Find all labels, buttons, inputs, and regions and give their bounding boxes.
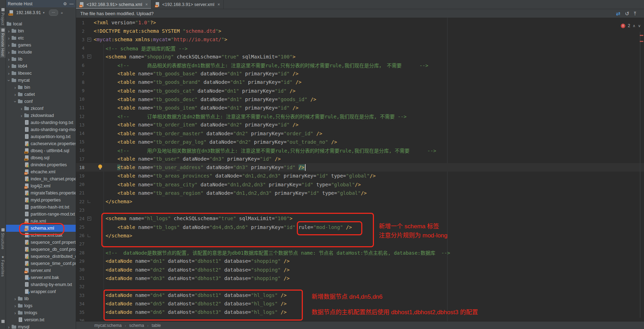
tree-item-dbseq-utf8mb4-sql[interactable]: dbseq - utf8mb4.sql [6, 147, 76, 154]
tree-item-bin[interactable]: ›bin [6, 27, 76, 35]
code-line-10[interactable]: 10 <table name="tb_goods_desc" dataNode=… [76, 95, 644, 104]
tree-item-libexec[interactable]: ›libexec [6, 70, 76, 77]
tree-item-myid-properties[interactable]: myid.properties [6, 197, 76, 204]
tree-item-cacheservice-properties[interactable]: cacheservice.properties [6, 140, 76, 147]
code-editor[interactable]: 1<?xml version="1.0"?>2<!DOCTYPE mycat:s… [76, 18, 644, 321]
tree-item-index-to-charset-properties[interactable]: index_to_charset.properties [6, 175, 76, 182]
chevron-expanded-icon[interactable]: › [7, 78, 11, 83]
undo-icon[interactable]: ↺ [625, 11, 630, 16]
tree-item-partition-hash-int-txt[interactable]: partition-hash-int.txt [6, 204, 76, 211]
tree-item-lib64[interactable]: ›lib64 [6, 63, 76, 70]
chevron-collapsed-icon[interactable]: › [6, 50, 11, 55]
tree-item-dnindex-properties[interactable]: dnindex.properties [6, 161, 76, 168]
code-line-22[interactable]: 22 </schema> [76, 197, 644, 206]
code-line-12[interactable]: 12 <!-- 订单相关数据方法dn2数据节点上: 注意这里不需要rule,只有… [76, 112, 644, 120]
stripe-item-structure[interactable]: Structure [0, 227, 6, 250]
code-line-15[interactable]: 15 <table name="tb_order_pay_log" dataNo… [76, 138, 644, 146]
chevron-collapsed-icon[interactable]: › [6, 36, 11, 41]
host-selector[interactable]: 192.168.3.91 [16, 10, 41, 15]
intention-lightbulb-icon[interactable] [98, 164, 102, 168]
tree-item-bin[interactable]: ›bin [6, 84, 76, 91]
editor-tab-2[interactable]: <192.168.3.91> server.xml× [151, 0, 224, 9]
chevron-collapsed-icon[interactable]: › [13, 92, 18, 97]
fold-marker-icon[interactable] [85, 234, 94, 237]
tree-item-sequence-distributed-conf-properties[interactable]: sequence_distributed_conf.properties [6, 253, 76, 260]
chevron-collapsed-icon[interactable]: › [19, 106, 24, 111]
breadcrumb-item-table[interactable]: table [152, 323, 161, 328]
tree-item-server-xml-bak[interactable]: server.xml.bak [6, 274, 76, 281]
error-stripe-mark-1[interactable] [640, 35, 643, 36]
inspection-widget[interactable]: ! 2 ∧ ∨ [621, 23, 641, 28]
tree-item-lib[interactable]: ›lib [6, 56, 76, 63]
tree-item-ehcache-xml[interactable]: ehcache.xml [6, 168, 76, 175]
code-line-4[interactable]: 4 <!-- schema 是逻辑库的配置 --> [76, 44, 644, 52]
code-line-14[interactable]: 14 <table name="tb_order_master" dataNod… [76, 129, 644, 137]
tree-item-sequence-conf-properties[interactable]: sequence_conf.properties [6, 239, 76, 246]
editor-scrollbar[interactable] [640, 32, 640, 318]
tree-item-server-xml[interactable]: server.xml [6, 267, 76, 274]
tree-item-auto-sharding-rang-mod-txt[interactable]: auto-sharding-rang-mod.txt [6, 126, 76, 133]
breadcrumb-item-schema[interactable]: schema [129, 323, 144, 328]
tree-item-catlet[interactable]: ›catlet [6, 91, 76, 98]
close-icon[interactable]: × [218, 2, 220, 7]
chevron-down-icon[interactable]: ▾ [43, 11, 45, 14]
chevron-collapsed-icon[interactable]: › [6, 43, 11, 48]
tree-item-migratetables-properties[interactable]: migrateTables.properties [6, 190, 76, 197]
chevron-collapsed-icon[interactable]: › [6, 64, 11, 69]
code-line-11[interactable]: 11 <table name="tb_goods_item" dataNode=… [76, 104, 644, 112]
prev-error-icon[interactable]: ∧ [633, 24, 636, 28]
code-line-30[interactable]: 30 <dataNode name="dn2" dataHost="dbhost… [76, 265, 644, 274]
tree-item-auto-sharding-long-txt[interactable]: auto-sharding-long.txt [6, 119, 76, 126]
chevron-collapsed-icon[interactable]: › [6, 71, 11, 76]
chevron-collapsed-icon[interactable]: › [19, 113, 24, 118]
fold-marker-icon[interactable]: − [85, 55, 94, 58]
code-line-7[interactable]: 7 <table name="tb_goods_base" dataNode="… [76, 69, 644, 78]
code-line-29[interactable]: 29 <dataNode name="dn1" dataHost="dbhost… [76, 257, 644, 265]
stripe-item-favorites[interactable]: ★ Favorites [0, 254, 6, 278]
tree-item-version-txt[interactable]: version.txt [6, 316, 76, 323]
upload-icon[interactable]: ⤒ [634, 11, 636, 16]
code-line-9[interactable]: 9 <table name="tb_goods_cat" dataNode="d… [76, 87, 644, 95]
code-line-17[interactable]: 17 <table name="tb_user" dataNode="dn3" … [76, 155, 644, 163]
chevron-collapsed-icon[interactable]: › [13, 304, 18, 308]
sync-compare-icon[interactable]: ⇄ [616, 11, 620, 16]
code-line-20[interactable]: 20 <table name="tb_areas_city" dataNode=… [76, 180, 644, 189]
tree-item-include[interactable]: ›include [6, 49, 76, 56]
code-line-2[interactable]: 2<!DOCTYPE mycat:schema SYSTEM "schema.d… [76, 27, 644, 35]
tree-item-zkconf[interactable]: ›zkconf [6, 105, 76, 112]
code-line-31[interactable]: 31 <dataNode name="dn3" dataHost="dbhost… [76, 274, 644, 283]
tree-item-sharding-by-enum-txt[interactable]: sharding-by-enum.txt [6, 281, 76, 288]
code-line-5[interactable]: 5− <schema name="shopping" checkSQLschem… [76, 52, 644, 61]
chevron-double-icon[interactable]: » [61, 11, 63, 15]
close-icon[interactable]: × [145, 2, 148, 7]
tree-item-log4j2-xml[interactable]: log4j2.xml [6, 182, 76, 190]
fold-marker-icon[interactable] [85, 200, 94, 203]
fold-marker-icon[interactable]: − [85, 38, 94, 42]
stripe-item-project[interactable]: Project [0, 7, 6, 26]
tree-item-sequence-db-conf-properties[interactable]: sequence_db_conf.properties [6, 246, 76, 253]
code-line-19[interactable]: 19 <table name="tb_areas_provinces" data… [76, 172, 644, 180]
code-line-28[interactable]: 28 <!-- dataNode是数据节点的配置, 该配置的意思是为db01数据… [76, 248, 644, 257]
tree-item-wrapper-conf[interactable]: wrapper.conf [6, 288, 76, 295]
browse-button[interactable]: ... [49, 10, 58, 16]
chevron-collapsed-icon[interactable]: › [13, 297, 18, 301]
tree-item-sequence-time-conf-properties[interactable]: sequence_time_conf.properties [6, 260, 76, 267]
chevron-collapsed-icon[interactable]: › [6, 29, 11, 33]
tree-item-partition-range-mod-txt[interactable]: partition-range-mod.txt [6, 211, 76, 218]
tree-item-lib[interactable]: ›lib [6, 295, 76, 302]
code-line-8[interactable]: 8 <table name="tb_goods_brand" dataNode=… [76, 78, 644, 86]
stripe-item-remote-host[interactable]: Remote Host [0, 27, 6, 58]
chevron-expanded-icon[interactable]: › [13, 99, 18, 104]
tree-item-mycat[interactable]: ›mycat [6, 77, 76, 84]
tree-item-autopartition-long-txt[interactable]: autopartition-long.txt [6, 133, 76, 140]
code-line-6[interactable]: 6 <!-- 商品相关的表都放在dn1数据节点上: 注意这里不需要rule,只有… [76, 61, 644, 69]
code-line-3[interactable]: 3−<mycat:schema xmlns:mycat="http://io.m… [76, 35, 644, 44]
tree-item-etc[interactable]: ›etc [6, 35, 76, 42]
breadcrumb-item-mycat-schema[interactable]: mycat:schema [94, 323, 121, 328]
code-line-1[interactable]: 1<?xml version="1.0"?> [76, 18, 644, 27]
error-stripe-mark-2[interactable] [640, 41, 643, 42]
tree-item-games[interactable]: ›games [6, 42, 76, 49]
next-error-icon[interactable]: ∨ [638, 24, 641, 28]
stripe-item-grid[interactable] [0, 319, 6, 324]
tree-item-local[interactable]: local [6, 20, 76, 27]
